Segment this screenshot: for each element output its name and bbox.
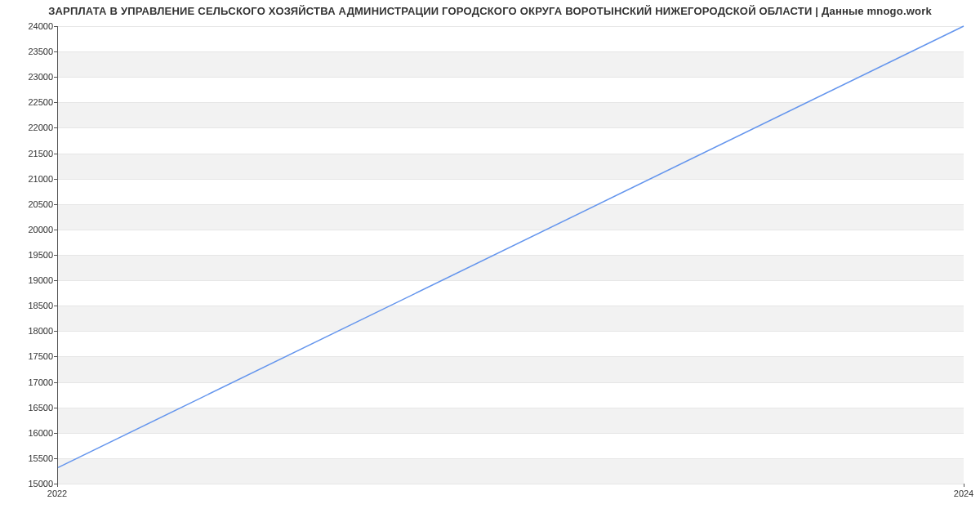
y-tick-label: 23500 <box>8 47 53 56</box>
y-tick-mark <box>54 179 57 180</box>
y-tick-label: 22000 <box>8 123 53 132</box>
y-tick-mark <box>54 280 57 281</box>
x-tick-mark <box>57 484 58 487</box>
y-tick-mark <box>54 331 57 332</box>
y-tick-label: 21000 <box>8 174 53 184</box>
y-tick-label: 22500 <box>8 97 53 107</box>
y-tick-mark <box>54 51 57 52</box>
y-tick-mark <box>54 127 57 128</box>
y-tick-label: 17000 <box>8 377 53 387</box>
chart-title: ЗАРПЛАТА В УПРАВЛЕНИЕ СЕЛЬСКОГО ХОЗЯЙСТВ… <box>0 5 980 17</box>
y-tick-label: 17500 <box>8 351 53 361</box>
y-tick-label: 20000 <box>8 225 53 234</box>
y-tick-label: 21500 <box>8 149 53 158</box>
y-tick-mark <box>54 382 57 383</box>
x-tick-mark <box>964 484 964 487</box>
data-line <box>58 26 964 467</box>
line-layer <box>58 26 964 483</box>
y-tick-label: 23000 <box>8 72 53 82</box>
grid-line <box>58 484 964 484</box>
y-tick-label: 15500 <box>8 453 53 463</box>
y-tick-label: 18000 <box>8 326 53 336</box>
x-tick-label: 2024 <box>954 489 973 498</box>
y-tick-mark <box>54 102 57 103</box>
y-tick-mark <box>54 154 57 154</box>
y-tick-mark <box>54 408 57 408</box>
plot-area <box>57 26 964 484</box>
y-tick-mark <box>54 204 57 205</box>
y-tick-label: 19000 <box>8 275 53 285</box>
y-tick-mark <box>54 356 57 357</box>
y-tick-mark <box>54 306 57 306</box>
y-tick-label: 18500 <box>8 301 53 310</box>
x-tick-label: 2022 <box>47 489 67 498</box>
y-tick-mark <box>54 26 57 27</box>
y-tick-label: 19500 <box>8 250 53 260</box>
y-tick-mark <box>54 255 57 256</box>
y-tick-label: 15000 <box>8 479 53 489</box>
y-tick-mark <box>54 77 57 78</box>
y-tick-label: 16500 <box>8 403 53 413</box>
y-tick-label: 24000 <box>8 21 53 31</box>
y-tick-label: 16000 <box>8 428 53 438</box>
y-tick-mark <box>54 458 57 459</box>
y-tick-label: 20500 <box>8 199 53 209</box>
y-tick-mark <box>54 433 57 434</box>
chart-container: ЗАРПЛАТА В УПРАВЛЕНИЕ СЕЛЬСКОГО ХОЗЯЙСТВ… <box>0 0 980 531</box>
y-tick-mark <box>54 230 57 230</box>
